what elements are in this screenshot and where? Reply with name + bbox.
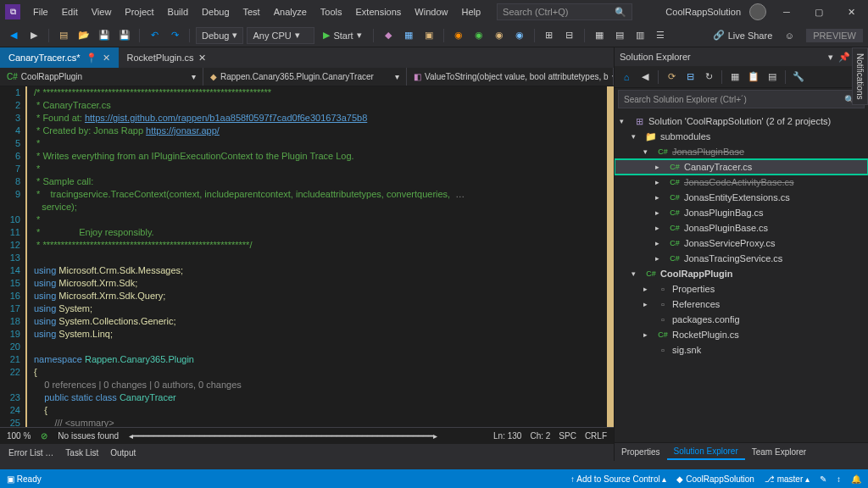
quick-search-input[interactable]: Search (Ctrl+Q) 🔍 bbox=[497, 3, 632, 20]
new-project-icon[interactable]: ▤ bbox=[55, 27, 72, 44]
menu-build[interactable]: Build bbox=[162, 3, 194, 20]
sol-tab[interactable]: Solution Explorer bbox=[667, 444, 745, 460]
tool-icon[interactable]: ☰ bbox=[652, 27, 669, 44]
nav-method[interactable]: ◧ValueToString(object value, bool attrib… bbox=[407, 68, 614, 86]
eol-indicator[interactable]: CRLF bbox=[585, 431, 607, 441]
tree-item[interactable]: ▫packages.config bbox=[615, 312, 868, 327]
wrench-icon[interactable]: 🔧 bbox=[790, 69, 807, 86]
menu-analyze[interactable]: Analyze bbox=[268, 3, 313, 20]
zoom-level[interactable]: 100 % bbox=[7, 431, 31, 441]
tool-icon[interactable]: ◆ bbox=[380, 27, 397, 44]
live-share-button[interactable]: 🔗Live Share bbox=[713, 30, 773, 41]
tool-icon[interactable]: ▦ bbox=[400, 27, 417, 44]
nav-back-icon[interactable]: ◀ bbox=[5, 27, 22, 44]
tool-icon[interactable]: ▤ bbox=[611, 27, 628, 44]
save-icon[interactable]: 💾 bbox=[96, 27, 113, 44]
tree-item[interactable]: ▸C#RocketPlugin.cs bbox=[615, 327, 868, 342]
solution-root[interactable]: ▾⊞Solution 'CoolRappSolution' (2 of 2 pr… bbox=[615, 114, 868, 129]
repo-indicator[interactable]: ◆ CoolRappSolution bbox=[676, 474, 754, 484]
config-dropdown[interactable]: Debug▾ bbox=[196, 27, 243, 44]
tree-item[interactable]: ▸C#JonasTracingService.cs bbox=[615, 251, 868, 266]
feedback-icon[interactable]: ☺ bbox=[781, 27, 798, 44]
code-editor[interactable]: 1234567891011121314151617181920212223242… bbox=[0, 86, 614, 427]
ext-icon[interactable]: ◉ bbox=[511, 27, 528, 44]
notifications-icon[interactable]: 🔔 bbox=[851, 474, 861, 484]
nav-project[interactable]: C#CoolRappPlugin▾ bbox=[0, 68, 203, 86]
refresh-icon[interactable]: ↻ bbox=[700, 69, 717, 86]
platform-dropdown[interactable]: Any CPU▾ bbox=[247, 27, 314, 44]
tool-icon[interactable]: ▦ bbox=[591, 27, 608, 44]
tree-item[interactable]: ▸C#JonasPluginBase.cs bbox=[615, 220, 868, 236]
tool-icon[interactable]: ⊟ bbox=[561, 27, 578, 44]
save-all-icon[interactable]: 💾 bbox=[116, 27, 133, 44]
back-icon[interactable]: ◀ bbox=[637, 69, 654, 86]
view-code-icon[interactable]: ▤ bbox=[764, 69, 781, 86]
menu-project[interactable]: Project bbox=[119, 3, 159, 20]
home-icon[interactable]: ⌂ bbox=[618, 69, 635, 86]
tree-item[interactable]: ▸▫References bbox=[615, 297, 868, 312]
show-all-icon[interactable]: ▦ bbox=[726, 69, 743, 86]
dropdown-icon[interactable]: ▾ bbox=[828, 52, 833, 63]
bottom-tab[interactable]: Output bbox=[105, 446, 141, 459]
ext-icon[interactable]: ◉ bbox=[450, 27, 467, 44]
tree-item[interactable]: ▸C#JonasServiceProxy.cs bbox=[615, 236, 868, 251]
menu-edit[interactable]: Edit bbox=[56, 3, 84, 20]
issues-label[interactable]: No issues found bbox=[58, 431, 119, 441]
notifications-tab[interactable]: Notifications bbox=[852, 47, 868, 105]
sol-tab[interactable]: Properties bbox=[615, 445, 667, 459]
tool-icon[interactable]: ⊞ bbox=[541, 27, 558, 44]
nav-fwd-icon[interactable]: ▶ bbox=[25, 27, 42, 44]
menu-file[interactable]: File bbox=[27, 3, 54, 20]
sol-tab[interactable]: Team Explorer bbox=[745, 445, 813, 459]
menu-view[interactable]: View bbox=[86, 3, 118, 20]
tree-item[interactable]: ▸C#JonasEntityExtensions.cs bbox=[615, 190, 868, 205]
ext-icon[interactable]: ◉ bbox=[470, 27, 487, 44]
changes-icon[interactable]: ✎ bbox=[820, 474, 826, 484]
pin-icon[interactable]: 📍 bbox=[86, 53, 97, 64]
maximize-button[interactable]: ▢ bbox=[807, 3, 831, 21]
menu-test[interactable]: Test bbox=[237, 3, 266, 20]
sol-search-input[interactable]: Search Solution Explorer (Ctrl+´)🔍▾ bbox=[618, 90, 865, 108]
redo-icon[interactable]: ↷ bbox=[166, 27, 183, 44]
open-file-icon[interactable]: 📂 bbox=[75, 27, 92, 44]
menu-help[interactable]: Help bbox=[455, 3, 487, 20]
menu-extensions[interactable]: Extensions bbox=[350, 3, 408, 20]
sync-icon[interactable]: ↕ bbox=[837, 474, 841, 484]
tree-item[interactable]: ▸▫Properties bbox=[615, 281, 868, 297]
close-icon[interactable]: ✕ bbox=[103, 53, 110, 64]
close-button[interactable]: ✕ bbox=[839, 3, 863, 21]
user-avatar-icon[interactable] bbox=[749, 3, 766, 20]
minimize-button[interactable]: ─ bbox=[775, 3, 798, 21]
menu-window[interactable]: Window bbox=[409, 3, 453, 20]
line-indicator[interactable]: Ln: 130 bbox=[493, 431, 521, 441]
tool-icon[interactable]: ▥ bbox=[632, 27, 648, 44]
bottom-tab[interactable]: Error List … bbox=[3, 446, 58, 459]
add-source-control[interactable]: ↑ Add to Source Control ▴ bbox=[570, 474, 666, 484]
tool-icon[interactable]: ▣ bbox=[420, 27, 437, 44]
indent-indicator[interactable]: SPC bbox=[559, 431, 576, 441]
document-tab[interactable]: CanaryTracer.cs*📍✕ bbox=[0, 47, 119, 68]
col-indicator[interactable]: Ch: 2 bbox=[530, 431, 550, 441]
bottom-tab[interactable]: Task List bbox=[60, 446, 103, 459]
tree-item[interactable]: ▸C#JonasCodeActivityBase.cs bbox=[615, 175, 868, 190]
branch-indicator[interactable]: ⎇ master ▴ bbox=[765, 474, 810, 484]
tree-item[interactable]: ▾📁submodules bbox=[615, 129, 868, 144]
tree-item[interactable]: ▸C#JonasPluginBag.cs bbox=[615, 205, 868, 220]
tree-item[interactable]: ▾C#JonasPluginBase bbox=[615, 144, 868, 159]
tree-item[interactable]: ▫sig.snk bbox=[615, 342, 868, 358]
ext-icon[interactable]: ◉ bbox=[491, 27, 508, 44]
start-debug-button[interactable]: ▶Start▾ bbox=[318, 27, 366, 44]
sync-icon[interactable]: ⟳ bbox=[663, 69, 680, 86]
tree-item[interactable]: ▸C#CanaryTracer.cs bbox=[615, 159, 868, 175]
menu-tools[interactable]: Tools bbox=[314, 3, 348, 20]
pin-icon[interactable]: 📌 bbox=[838, 52, 850, 63]
collapse-icon[interactable]: ⊟ bbox=[682, 69, 698, 86]
properties-icon[interactable]: 📋 bbox=[745, 69, 762, 86]
menu-debug[interactable]: Debug bbox=[196, 3, 235, 20]
document-tab[interactable]: RocketPlugin.cs✕ bbox=[119, 47, 215, 68]
csharp-icon: C# bbox=[7, 72, 18, 81]
nav-class[interactable]: ◆Rappen.Canary365.Plugin.CanaryTracer▾ bbox=[203, 68, 407, 86]
tree-item[interactable]: ▾C#CoolRappPlugin bbox=[615, 266, 868, 281]
close-icon[interactable]: ✕ bbox=[198, 53, 206, 64]
undo-icon[interactable]: ↶ bbox=[146, 27, 163, 44]
